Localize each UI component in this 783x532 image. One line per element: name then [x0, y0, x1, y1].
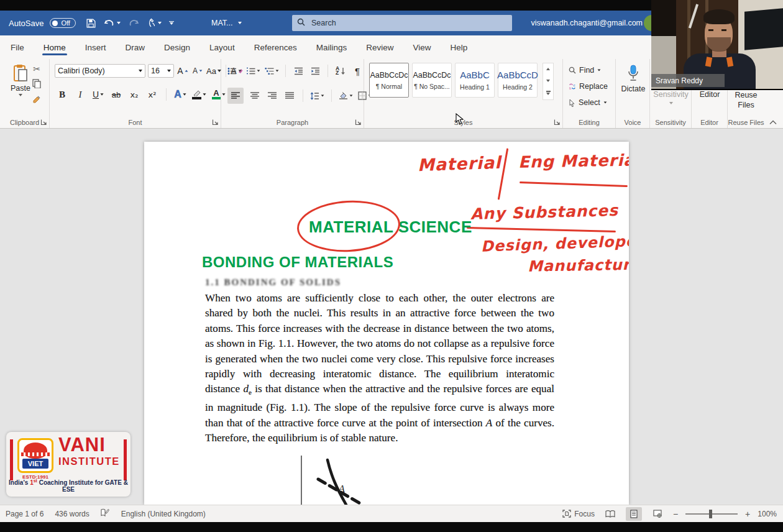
sort-button[interactable]: AZ — [334, 64, 347, 78]
zoom-slider[interactable] — [685, 513, 738, 515]
align-left-button[interactable] — [227, 88, 244, 104]
styles-gallery-more-icon[interactable] — [546, 91, 551, 94]
font-group: Calibri (Body) 16 A A Aa A B I U ab x₂ x… — [50, 59, 221, 128]
focus-mode-button[interactable]: Focus — [562, 510, 595, 518]
styles-gallery-up-icon[interactable] — [546, 68, 550, 70]
language-indicator[interactable]: English (United Kingdom) — [121, 510, 206, 518]
tab-references[interactable]: References — [253, 37, 298, 58]
autosave-toggle[interactable]: Off — [50, 18, 75, 28]
strikethrough-button[interactable]: ab — [110, 88, 122, 101]
bold-button[interactable]: B — [56, 88, 68, 101]
undo-button[interactable] — [104, 18, 121, 28]
search-box[interactable] — [292, 15, 512, 31]
tab-draw[interactable]: Draw — [124, 37, 147, 58]
collapse-ribbon-icon[interactable] — [769, 116, 777, 127]
font-name-combo[interactable]: Calibri (Body) — [55, 64, 145, 78]
format-painter-icon[interactable] — [32, 96, 41, 107]
brand-subtitle: INSTITUTE — [58, 456, 120, 467]
editor-button-label: Editor — [700, 90, 720, 99]
tab-file[interactable]: File — [9, 37, 25, 58]
zoom-slider-handle[interactable] — [709, 510, 712, 518]
editing-group: Find bc Replace Select Editing — [563, 59, 616, 128]
style-heading-1[interactable]: AaBbC Heading 1 — [455, 63, 495, 98]
redo-icon[interactable] — [128, 18, 139, 28]
read-mode-button[interactable] — [602, 507, 618, 521]
find-button[interactable]: Find — [569, 63, 601, 78]
annotation-underline-1 — [520, 181, 628, 187]
line-spacing-button[interactable] — [310, 89, 324, 103]
highlighter-icon — [193, 89, 201, 96]
increase-indent-button[interactable] — [309, 64, 321, 78]
tab-help[interactable]: Help — [449, 37, 469, 58]
show-formatting-marks-button[interactable]: ¶ — [351, 64, 364, 78]
styles-dialog-launcher[interactable] — [554, 119, 561, 126]
clipboard-dialog-launcher[interactable] — [40, 119, 47, 126]
paste-label: Paste — [11, 84, 30, 93]
reuse-files-button[interactable]: Reuse Files — [728, 90, 764, 110]
grow-font-button[interactable]: A — [176, 64, 189, 78]
paste-button[interactable]: Paste — [6, 64, 35, 109]
change-case-button[interactable]: Aa — [206, 64, 221, 78]
editor-button[interactable]: Editor — [692, 90, 728, 99]
save-icon[interactable] — [86, 18, 96, 29]
style-normal[interactable]: AaBbCcDc ¶ Normal — [369, 63, 409, 98]
print-layout-button[interactable] — [626, 507, 642, 521]
replace-button[interactable]: bc Replace — [569, 79, 608, 94]
tab-home[interactable]: Home — [42, 37, 67, 58]
superscript-button[interactable]: x² — [146, 88, 158, 101]
autosave-label: AutoSave — [9, 19, 44, 28]
italic-button[interactable]: I — [74, 88, 86, 101]
align-center-button[interactable] — [249, 89, 261, 103]
numbered-list-button[interactable] — [246, 64, 260, 78]
dictate-button[interactable]: Dictate — [620, 64, 646, 93]
decrease-indent-button[interactable] — [292, 64, 304, 78]
find-icon — [569, 66, 576, 74]
shrink-font-button[interactable]: A — [191, 64, 204, 78]
tab-mailings[interactable]: Mailings — [315, 37, 349, 58]
zoom-in-button[interactable]: + — [745, 509, 750, 519]
justify-button[interactable] — [283, 89, 296, 103]
style-heading-2[interactable]: AaBbCcD Heading 2 — [498, 63, 538, 98]
paragraph-dialog-launcher[interactable] — [355, 119, 362, 126]
text-effects-button[interactable]: A — [174, 88, 186, 101]
style-no-spacing[interactable]: AaBbCcDc ¶ No Spac... — [412, 63, 452, 98]
page-indicator[interactable]: Page 1 of 6 — [6, 510, 44, 518]
web-layout-button[interactable] — [649, 507, 666, 521]
touch-inking-button[interactable] — [147, 18, 162, 28]
styles-gallery-down-icon[interactable] — [546, 80, 550, 82]
document-page[interactable]: Material Eng Material Any Substances Des… — [144, 142, 629, 505]
annotation-manufactured: Manufactured — [528, 255, 629, 275]
tab-layout[interactable]: Layout — [208, 37, 236, 58]
vani-institute-logo: VIET ESTD:1991 VANI INSTITUTE India's 1s… — [6, 432, 130, 497]
font-dialog-launcher[interactable] — [212, 119, 219, 126]
brand-name: VANI — [58, 436, 106, 454]
align-right-button[interactable] — [266, 89, 278, 103]
font-size-combo[interactable]: 16 — [148, 64, 174, 78]
customize-quick-access-icon[interactable] — [169, 21, 174, 25]
tab-review[interactable]: Review — [365, 37, 395, 58]
body-paragraph: When two atoms are sufficiently close to… — [205, 291, 554, 446]
proofing-icon[interactable] — [101, 508, 110, 519]
highlight-color-button[interactable] — [192, 88, 206, 101]
tab-view[interactable]: View — [411, 37, 432, 58]
account-email[interactable]: viswanadh.chaganti@gmail.com — [531, 11, 643, 35]
tab-insert[interactable]: Insert — [84, 37, 108, 58]
multilevel-list-button[interactable] — [265, 64, 279, 78]
annotation-any-substances: Any Substances — [470, 201, 619, 223]
document-title[interactable]: MAT... — [211, 11, 242, 35]
shading-button[interactable] — [339, 89, 353, 103]
tab-design[interactable]: Design — [163, 37, 191, 58]
font-name-value: Calibri (Body) — [58, 66, 105, 75]
subscript-button[interactable]: x₂ — [128, 88, 140, 101]
cut-icon[interactable]: ✂ — [33, 64, 40, 74]
zoom-out-button[interactable]: − — [673, 509, 678, 519]
search-input[interactable] — [310, 18, 474, 28]
word-count[interactable]: 436 words — [55, 510, 89, 518]
copy-icon[interactable] — [32, 79, 41, 91]
zoom-level[interactable]: 100% — [758, 510, 777, 518]
bullet-list-button[interactable] — [227, 64, 242, 78]
sensitivity-button[interactable]: Sensitivity — [650, 90, 692, 104]
underline-button[interactable]: U — [92, 88, 104, 101]
annotation-eng-material: Eng Material — [518, 150, 629, 171]
select-button[interactable]: Select — [569, 95, 607, 110]
